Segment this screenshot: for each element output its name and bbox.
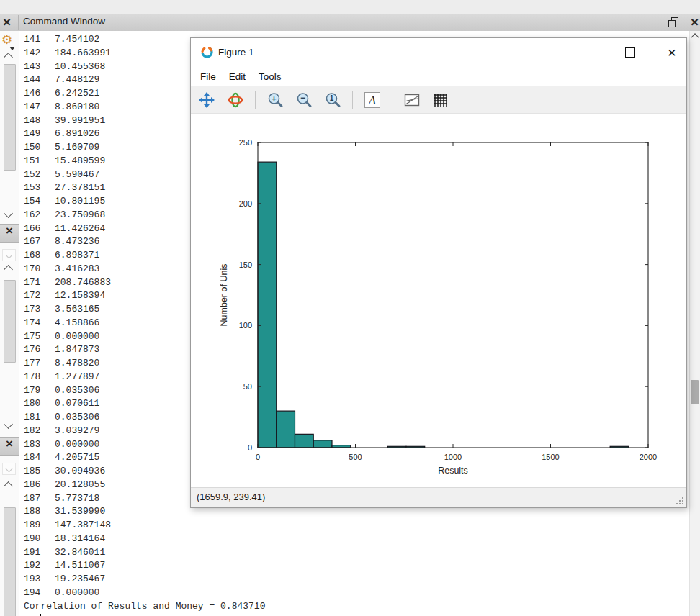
svg-text:Number of Unis: Number of Unis	[219, 264, 229, 327]
maximize-button[interactable]	[623, 45, 637, 60]
gear-icon[interactable]: ⚙	[1, 34, 12, 46]
toolbar-separator	[392, 91, 392, 109]
scroll-down-icon[interactable]	[4, 209, 13, 218]
close-icon[interactable]: ×	[3, 15, 11, 29]
octave-desktop: × Command Window × ⚙ × × 1417.4541021421…	[0, 0, 700, 616]
command-output-row: 19214.511067	[19, 559, 690, 573]
command-window-title: Command Window	[23, 16, 105, 27]
figure-canvas[interactable]: 0500100015002000050100150200250ResultsNu…	[191, 114, 686, 487]
svg-text:Results: Results	[438, 466, 468, 476]
svg-text:50: 50	[243, 382, 252, 391]
undock-icon[interactable]	[668, 17, 678, 27]
grid-icon[interactable]	[431, 91, 450, 109]
scrollbar-thumb[interactable]	[4, 507, 16, 616]
figure-menubar: FileEditTools	[191, 67, 686, 86]
dock-panel-titlebar: ×	[0, 224, 19, 243]
menu-edit[interactable]: Edit	[229, 71, 246, 82]
menu-file[interactable]: File	[200, 71, 216, 82]
zoom-out-icon[interactable]: −	[295, 91, 313, 109]
figure-titlebar[interactable]: Figure 1 ×	[191, 38, 686, 67]
svg-text:0: 0	[248, 443, 252, 452]
scroll-up-icon[interactable]	[4, 265, 13, 274]
scroll-up-icon[interactable]	[4, 53, 13, 62]
histogram-chart[interactable]: 0500100015002000050100150200250ResultsNu…	[191, 114, 688, 487]
titlebar-separator	[18, 15, 19, 30]
scrollbar-thumb[interactable]	[691, 380, 699, 404]
close-icon[interactable]: ×	[6, 437, 13, 450]
left-dock-rail: ⚙ × ×	[0, 31, 19, 616]
svg-text:0: 0	[256, 453, 260, 461]
command-output-row: 19319.235467	[19, 573, 690, 586]
scroll-down-icon[interactable]	[4, 420, 13, 429]
svg-text:−: −	[300, 93, 305, 103]
close-icon[interactable]: ×	[691, 15, 699, 29]
resize-grip-icon[interactable]	[676, 497, 683, 504]
figure-statusbar: (1659.9, 239.41)	[191, 487, 686, 507]
close-button[interactable]: ×	[665, 45, 679, 60]
command-output-row: 19132.846011	[19, 546, 690, 560]
svg-text:250: 250	[239, 138, 252, 147]
rotate-3d-icon[interactable]	[226, 91, 245, 109]
cursor-coordinates: (1659.9, 239.41)	[197, 492, 265, 502]
svg-text:1: 1	[330, 94, 334, 102]
pan-icon[interactable]	[197, 91, 216, 109]
axes-icon[interactable]	[403, 91, 421, 109]
top-strip	[0, 0, 700, 14]
command-output-line: Correlation of Results and Money = 0.843…	[24, 600, 690, 614]
menu-tools[interactable]: Tools	[259, 71, 282, 82]
svg-text:100: 100	[239, 321, 252, 330]
scroll-up-icon[interactable]	[691, 33, 699, 41]
close-icon[interactable]: ×	[6, 224, 13, 237]
command-output-row: 19018.314164	[19, 533, 690, 546]
dock-panel-titlebar: ×	[0, 437, 19, 456]
svg-text:+: +	[272, 94, 276, 102]
command-window-scrollbar[interactable]	[689, 31, 700, 616]
svg-text:150: 150	[239, 261, 252, 269]
svg-text:A: A	[368, 94, 376, 106]
scrollbar-thumb[interactable]	[4, 280, 16, 363]
svg-text:1500: 1500	[542, 453, 559, 461]
command-prompt[interactable]: >>	[24, 613, 690, 616]
minimize-button[interactable]	[581, 45, 596, 60]
zoom-in-icon[interactable]: +	[266, 91, 284, 109]
scroll-up-icon[interactable]	[4, 481, 13, 491]
command-window-titlebar: × Command Window ×	[0, 14, 700, 32]
command-output-row: 189147.387148	[19, 519, 690, 533]
octave-logo-icon	[200, 45, 214, 59]
chevron-down-icon	[9, 47, 15, 50]
scrollbar-thumb[interactable]	[4, 64, 16, 171]
svg-text:200: 200	[239, 199, 252, 208]
insert-text-icon[interactable]: A	[363, 91, 382, 109]
svg-text:1000: 1000	[444, 453, 462, 461]
svg-text:500: 500	[349, 453, 362, 461]
combo-arrow-icon[interactable]	[2, 249, 16, 261]
figure-toolbar: + − 1 A	[191, 86, 686, 114]
svg-text:2000: 2000	[640, 453, 657, 461]
command-output-row: 1940.000000	[19, 586, 690, 600]
figure-window-title: Figure 1	[218, 47, 254, 58]
toolbar-separator	[352, 91, 353, 109]
combo-arrow-icon[interactable]	[2, 463, 16, 475]
toolbar-separator	[255, 91, 256, 109]
figure-window: Figure 1 × FileEditTools	[190, 37, 687, 508]
zoom-original-icon[interactable]: 1	[323, 91, 342, 109]
